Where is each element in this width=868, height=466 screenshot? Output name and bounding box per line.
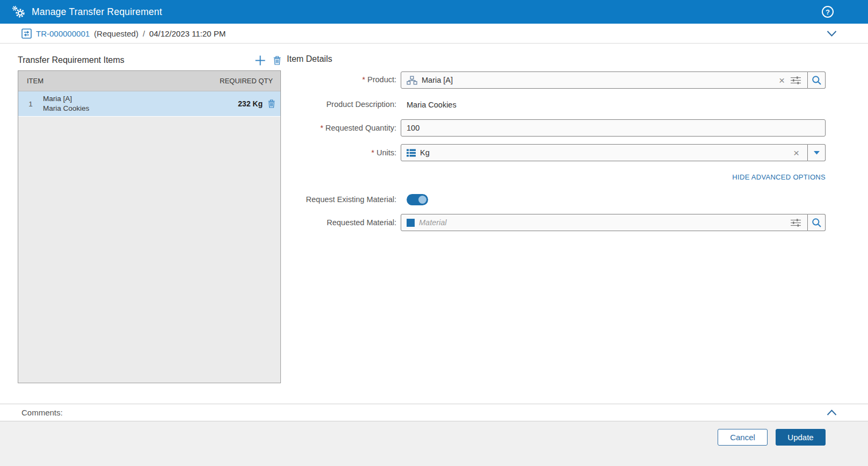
requested-material-label: Requested Material: <box>287 218 401 227</box>
product-description-label: Product Description: <box>287 100 401 109</box>
help-icon[interactable]: ? <box>822 6 834 18</box>
title-bar: Manage Transfer Requirement ? <box>0 0 868 24</box>
requested-material-field[interactable]: Material <box>401 214 808 231</box>
page-title: Manage Transfer Requirement <box>32 6 162 18</box>
requested-quantity-input[interactable] <box>401 119 826 137</box>
material-icon <box>407 219 415 227</box>
required-star: * <box>371 148 374 157</box>
request-existing-material-toggle[interactable] <box>407 194 428 205</box>
units-value: Kg <box>420 148 790 157</box>
delete-items-icon[interactable] <box>273 56 281 65</box>
update-button[interactable]: Update <box>776 429 826 446</box>
table-row[interactable]: 1 Maria [A] Maria Cookies 232 Kg <box>18 91 280 117</box>
units-label: *Units: <box>287 148 401 157</box>
cancel-button[interactable]: Cancel <box>718 429 768 446</box>
items-list-panel: ITEM REQUIRED QTY 1 Maria [A] Maria Cook… <box>18 70 281 383</box>
comments-label: Comments: <box>21 408 63 417</box>
row-item-name: Maria [A] Maria Cookies <box>43 94 89 113</box>
requested-material-search-button[interactable] <box>808 214 826 231</box>
row-delete-icon[interactable] <box>268 99 275 108</box>
column-required-qty: REQUIRED QTY <box>220 77 273 85</box>
manage-gears-icon <box>12 5 26 19</box>
item-details-section: Item Details *Product: Maria [ <box>287 54 826 239</box>
items-table-header: ITEM REQUIRED QTY <box>18 71 280 91</box>
column-item: ITEM <box>27 77 44 85</box>
product-value: Maria [A] <box>422 76 775 84</box>
toggle-knob <box>418 196 426 204</box>
product-field[interactable]: Maria [A] × <box>401 71 808 89</box>
row-product-description: Maria Cookies <box>43 104 89 113</box>
row-quantity: 232 Kg <box>238 99 263 108</box>
row-number: 1 <box>18 100 43 108</box>
add-item-icon[interactable] <box>255 55 265 66</box>
product-icon <box>407 76 417 85</box>
transfer-icon <box>21 28 32 39</box>
transfer-items-section: Transfer Requirement Items ITEM REQUIRED… <box>18 52 281 383</box>
required-star: * <box>320 124 323 132</box>
record-timestamp: 04/12/2023 11:20 PM <box>149 29 226 38</box>
breadcrumb-record-link[interactable]: TR-000000001 <box>36 29 90 38</box>
breadcrumb-separator: / <box>143 29 145 38</box>
hide-advanced-options-link[interactable]: HIDE ADVANCED OPTIONS <box>732 173 826 181</box>
product-search-button[interactable] <box>808 71 826 89</box>
record-status: (Requested) <box>94 29 139 38</box>
product-clear-icon[interactable]: × <box>775 75 789 85</box>
requested-quantity-label: *Requested Quantity: <box>287 124 401 133</box>
requested-material-placeholder: Material <box>419 218 789 227</box>
units-field[interactable]: Kg × <box>401 144 808 161</box>
requested-material-filter-icon[interactable] <box>789 219 803 227</box>
units-clear-icon[interactable]: × <box>790 148 803 158</box>
row-product-name: Maria [A] <box>43 94 89 104</box>
product-description-value: Maria Cookies <box>401 101 457 109</box>
product-label: *Product: <box>287 75 401 84</box>
request-existing-material-label: Request Existing Material: <box>287 195 401 204</box>
item-details-title: Item Details <box>287 54 826 67</box>
chevron-up-icon[interactable] <box>827 409 837 416</box>
comments-bar: Comments: <box>0 404 868 421</box>
transfer-items-header: Transfer Requirement Items <box>18 52 281 68</box>
product-filter-icon[interactable] <box>789 76 803 84</box>
required-star: * <box>362 75 365 84</box>
units-list-icon <box>407 149 416 157</box>
items-section-title: Transfer Requirement Items <box>18 55 125 65</box>
chevron-down-icon[interactable] <box>827 30 837 37</box>
breadcrumb: TR-000000001 (Requested) / 04/12/2023 11… <box>0 24 868 44</box>
units-dropdown-button[interactable] <box>808 144 826 161</box>
action-footer: Cancel Update <box>0 421 868 466</box>
